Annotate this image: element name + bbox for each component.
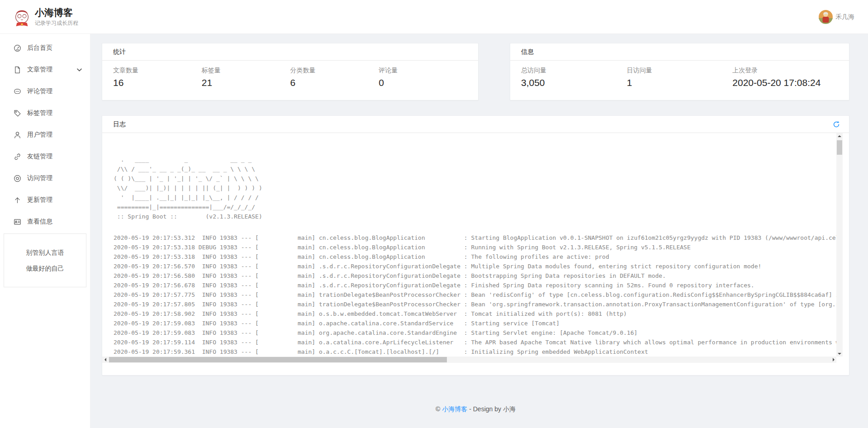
app-header: 小海博客 记录学习成长历程 禾几海 bbox=[0, 0, 868, 34]
file-icon bbox=[14, 66, 21, 74]
sidebar-item-label: 后台首页 bbox=[27, 44, 52, 52]
sidebar-item-articles[interactable]: 文章管理 bbox=[0, 59, 90, 81]
sidebar: 后台首页 文章管理 评论管理 标签管理 用户管理 bbox=[0, 34, 90, 428]
page-footer: © 小海博客 - Design by 小海 bbox=[102, 405, 849, 414]
sidebar-item-label: 标签管理 bbox=[27, 109, 52, 117]
avatar[interactable] bbox=[819, 10, 833, 24]
tag-icon bbox=[14, 109, 21, 117]
sidebar-item-tags[interactable]: 标签管理 bbox=[0, 102, 90, 124]
compass-icon bbox=[14, 175, 21, 182]
sidebar-item-label: 评论管理 bbox=[27, 87, 52, 95]
log-card: 日志 . ____ _ __ _ _ /\\ / ___'_ __ _ _(_)… bbox=[102, 115, 849, 376]
arrow-up-icon bbox=[14, 196, 21, 204]
motto-line-1: 别管别人言语 bbox=[4, 245, 86, 261]
log-card-title: 日志 bbox=[113, 120, 126, 128]
site-subtitle: 记录学习成长历程 bbox=[35, 19, 78, 27]
sidebar-item-comments[interactable]: 评论管理 bbox=[0, 81, 90, 102]
stat-comments: 评论量 0 bbox=[379, 67, 467, 88]
refresh-icon[interactable] bbox=[833, 121, 840, 128]
sidebar-item-links[interactable]: 友链管理 bbox=[0, 146, 90, 167]
sidebar-item-label: 文章管理 bbox=[27, 66, 52, 74]
log-viewport: . ____ _ __ _ _ /\\ / ___'_ __ _ _(_)_ _… bbox=[102, 133, 849, 363]
sidebar-item-label: 友链管理 bbox=[27, 152, 52, 161]
sidebar-item-label: 更新管理 bbox=[27, 196, 52, 204]
footer-site-link[interactable]: 小海博客 bbox=[442, 405, 467, 413]
spring-boot-banner: . ____ _ __ _ _ /\\ / ___'_ __ _ _(_)_ _… bbox=[102, 155, 849, 221]
footer-suffix: - Design by 小海 bbox=[467, 405, 516, 413]
info-card: 信息 总访问量 3,050 日访问量 1 上次登录 2020-05-20 17:… bbox=[510, 43, 849, 100]
sidebar-item-label: 用户管理 bbox=[27, 131, 52, 139]
stat-articles: 文章数量 16 bbox=[113, 67, 202, 88]
scroll-right-arrow[interactable] bbox=[830, 357, 836, 363]
sidebar-menu: 后台首页 文章管理 评论管理 标签管理 用户管理 bbox=[0, 34, 90, 233]
link-icon bbox=[14, 153, 21, 161]
idcard-icon bbox=[14, 218, 21, 226]
comment-icon bbox=[14, 88, 21, 95]
stats-card: 统计 文章数量 16 标签量 21 分类数量 6 评论量 0 bbox=[102, 43, 479, 100]
stat-tags: 标签量 21 bbox=[202, 67, 290, 88]
log-lines: 2020-05-19 20:17:53.312 INFO 19383 --- [… bbox=[102, 233, 849, 357]
scroll-down-arrow[interactable] bbox=[836, 350, 843, 357]
motto-line-2: 做最好的自己 bbox=[4, 261, 86, 276]
user-menu[interactable]: 禾几海 bbox=[819, 10, 854, 24]
main-content: 统计 文章数量 16 标签量 21 分类数量 6 评论量 0 bbox=[90, 34, 868, 428]
stat-total-visits: 总访问量 3,050 bbox=[521, 67, 627, 88]
sidebar-item-label: 查看信息 bbox=[27, 218, 52, 226]
stats-card-title: 统计 bbox=[102, 43, 478, 61]
stat-daily-visits: 日访问量 1 bbox=[627, 67, 733, 88]
stat-last-login: 上次登录 2020-05-20 17:08:24 bbox=[732, 67, 838, 88]
brand: 小海博客 记录学习成长历程 bbox=[14, 7, 78, 27]
sidebar-item-info[interactable]: 查看信息 bbox=[0, 211, 90, 233]
vertical-scroll-thumb[interactable] bbox=[837, 140, 842, 155]
blog-mascot-logo-icon bbox=[14, 8, 30, 27]
log-horizontal-scrollbar[interactable] bbox=[102, 357, 836, 363]
copyright-prefix: © bbox=[436, 405, 440, 413]
log-vertical-scrollbar[interactable] bbox=[836, 133, 843, 357]
sidebar-item-updates[interactable]: 更新管理 bbox=[0, 189, 90, 211]
site-title: 小海博客 bbox=[35, 7, 78, 18]
chevron-down-icon[interactable] bbox=[77, 68, 82, 71]
username-label: 禾几海 bbox=[835, 13, 854, 21]
stat-categories: 分类数量 6 bbox=[290, 67, 379, 88]
sidebar-item-dashboard[interactable]: 后台首页 bbox=[0, 37, 90, 59]
dashboard-icon bbox=[14, 44, 21, 52]
user-icon bbox=[14, 131, 21, 139]
scroll-left-arrow[interactable] bbox=[102, 357, 109, 363]
sidebar-item-label: 访问管理 bbox=[27, 174, 52, 182]
horizontal-scroll-thumb[interactable] bbox=[109, 357, 447, 362]
info-card-title: 信息 bbox=[510, 43, 849, 61]
motto-box: 别管别人言语 做最好的自己 bbox=[4, 233, 86, 287]
sidebar-item-users[interactable]: 用户管理 bbox=[0, 124, 90, 146]
sidebar-item-visits[interactable]: 访问管理 bbox=[0, 167, 90, 189]
scroll-up-arrow[interactable] bbox=[836, 133, 843, 139]
